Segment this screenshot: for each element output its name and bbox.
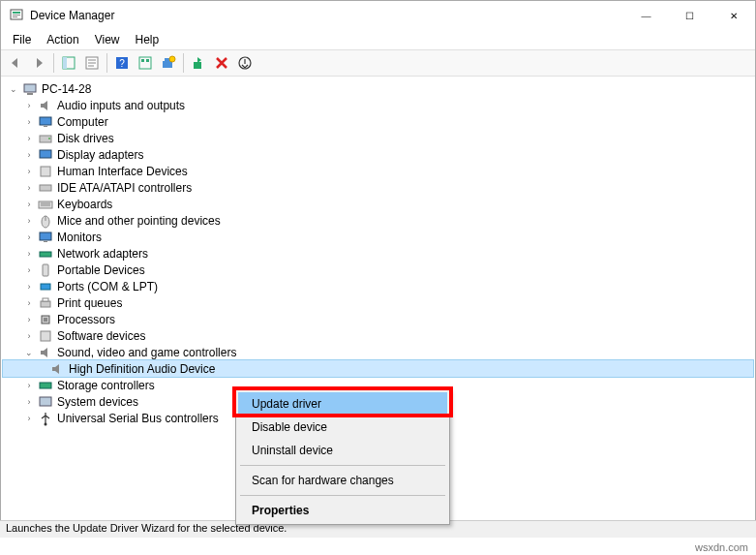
properties-button[interactable] — [81, 52, 103, 74]
expander-icon[interactable]: › — [22, 412, 36, 425]
expander-icon[interactable]: › — [22, 263, 36, 277]
tree-label: Universal Serial Bus controllers — [57, 412, 219, 425]
expander-icon[interactable]: › — [22, 115, 36, 129]
svg-rect-36 — [40, 252, 51, 257]
usb-icon — [38, 411, 53, 426]
svg-rect-5 — [63, 57, 67, 69]
expander-icon[interactable]: › — [22, 313, 36, 326]
tree-label: Network adapters — [57, 247, 148, 261]
svg-rect-14 — [146, 59, 149, 62]
computer-icon — [22, 81, 38, 97]
expander-icon[interactable]: › — [22, 280, 36, 293]
expander-icon[interactable]: › — [22, 296, 36, 310]
tree-root[interactable]: ⌄ PC-14-28 — [3, 80, 753, 97]
keyboard-icon — [38, 197, 53, 212]
tree-label: Computer — [57, 115, 108, 129]
svg-rect-18 — [194, 62, 201, 69]
storage-icon — [38, 378, 53, 393]
speaker-icon — [38, 345, 53, 360]
menu-action[interactable]: Action — [39, 31, 86, 48]
expander-icon[interactable]: › — [22, 165, 36, 178]
menu-file[interactable]: File — [5, 31, 39, 48]
disable-button[interactable] — [234, 52, 256, 74]
scan-hardware-button[interactable] — [158, 52, 179, 74]
show-hide-console-tree-button[interactable] — [58, 52, 79, 74]
tree-item-monitors[interactable]: ›Monitors — [3, 229, 753, 245]
expander-icon[interactable]: › — [22, 198, 36, 211]
expander-icon[interactable]: ⌄ — [7, 82, 20, 96]
tree-label: PC-14-28 — [42, 82, 91, 96]
svg-text:?: ? — [119, 58, 125, 69]
svg-point-17 — [169, 56, 175, 62]
tree-item-keyboards[interactable]: ›Keyboards — [3, 196, 753, 212]
tree-item-network[interactable]: ›Network adapters — [3, 245, 753, 262]
menu-view[interactable]: View — [87, 31, 128, 48]
expander-icon[interactable]: › — [22, 329, 36, 343]
tree-item-disk-drives[interactable]: ›Disk drives — [3, 130, 753, 146]
network-icon — [38, 246, 53, 262]
tree-label: Print queues — [57, 296, 122, 310]
tree-label: High Definition Audio Device — [69, 362, 215, 376]
tree-item-ide[interactable]: ›IDE ATA/ATAPI controllers — [3, 179, 753, 196]
toolbar-separator — [183, 53, 184, 73]
minimize-button[interactable]: — — [624, 1, 668, 30]
display-icon — [38, 147, 53, 163]
monitor-icon — [38, 230, 53, 245]
portable-icon — [38, 262, 53, 278]
tree-label: Sound, video and game controllers — [57, 346, 236, 359]
tree-item-mice[interactable]: ›Mice and other pointing devices — [3, 212, 753, 229]
tree-label: Human Interface Devices — [57, 165, 188, 178]
tree-item-display-adapters[interactable]: ›Display adapters — [3, 146, 753, 163]
ctx-separator — [240, 465, 445, 466]
tree-item-ports[interactable]: ›Ports (COM & LPT) — [3, 278, 753, 294]
forward-button[interactable] — [28, 52, 49, 74]
tree-item-audio-inputs[interactable]: ›Audio inputs and outputs — [3, 97, 753, 113]
tree-item-hid[interactable]: ›Human Interface Devices — [3, 163, 753, 179]
expander-icon[interactable]: › — [22, 99, 36, 112]
expander-icon[interactable]: ⌄ — [22, 346, 36, 359]
system-icon — [38, 394, 53, 410]
tree-item-sound-video-game[interactable]: ⌄Sound, video and game controllers — [3, 344, 753, 360]
ctx-scan-hardware[interactable]: Scan for hardware changes — [238, 469, 447, 492]
help-button[interactable]: ? — [111, 52, 133, 74]
tree-item-processors[interactable]: ›Processors — [3, 311, 753, 327]
svg-rect-13 — [141, 59, 144, 62]
expander-icon[interactable]: › — [22, 132, 36, 145]
ctx-uninstall-device[interactable]: Uninstall device — [238, 439, 447, 462]
expander-icon[interactable]: › — [22, 395, 36, 409]
expander-icon[interactable]: › — [22, 148, 36, 162]
expander-icon[interactable]: › — [22, 214, 36, 228]
action-button[interactable] — [135, 52, 156, 74]
uninstall-button[interactable] — [211, 52, 232, 74]
ctx-update-driver[interactable]: Update driver — [238, 392, 447, 416]
svg-rect-34 — [40, 232, 51, 240]
expander-icon[interactable]: › — [22, 231, 36, 244]
ctx-properties[interactable]: Properties — [238, 499, 447, 522]
toolbar: ? — [1, 49, 755, 77]
expander-icon[interactable]: › — [22, 379, 36, 392]
tree-label: IDE ATA/ATAPI controllers — [57, 181, 192, 195]
ctx-separator — [240, 495, 445, 496]
svg-rect-42 — [44, 318, 47, 322]
svg-rect-20 — [24, 84, 36, 92]
tree-item-high-definition-audio[interactable]: High Definition Audio Device — [3, 360, 753, 377]
update-driver-button[interactable] — [188, 52, 209, 74]
speaker-icon — [38, 98, 53, 113]
ctx-disable-device[interactable]: Disable device — [238, 416, 447, 439]
expander-icon[interactable]: › — [22, 181, 36, 195]
svg-rect-22 — [40, 117, 51, 125]
tree-item-computer[interactable]: ›Computer — [3, 113, 753, 130]
close-button[interactable]: ✕ — [711, 1, 755, 30]
tree-item-print-queues[interactable]: ›Print queues — [3, 294, 753, 311]
back-button[interactable] — [5, 52, 26, 74]
expander-icon[interactable]: › — [22, 247, 36, 261]
svg-rect-38 — [41, 284, 50, 290]
maximize-button[interactable]: ☐ — [668, 1, 711, 30]
tree-label: Display adapters — [57, 148, 143, 162]
tree-item-portable[interactable]: ›Portable Devices — [3, 262, 753, 278]
svg-rect-28 — [40, 185, 51, 191]
svg-rect-21 — [27, 93, 33, 95]
menu-help[interactable]: Help — [128, 31, 167, 48]
tree-label: Storage controllers — [57, 379, 155, 392]
tree-item-software-devices[interactable]: ›Software devices — [3, 327, 753, 344]
